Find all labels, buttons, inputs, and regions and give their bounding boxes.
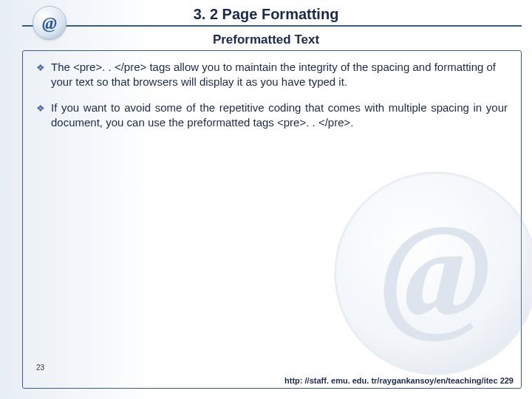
bullet-text: The <pre>. . </pre> tags allow you to ma… — [51, 60, 508, 90]
bullet-icon: ❖ — [36, 60, 45, 75]
at-sign-glyph: @ — [42, 13, 57, 33]
page-title: 3. 2 Page Formatting — [194, 6, 339, 23]
subtitle: Preformatted Text — [0, 33, 532, 47]
content-frame: ❖ The <pre>. . </pre> tags allow you to … — [22, 50, 522, 389]
slide: 3. 2 Page Formatting @ Preformatted Text… — [0, 0, 532, 399]
svg-point-0 — [335, 173, 532, 375]
background-at-icon: @ — [329, 166, 532, 381]
title-bar: 3. 2 Page Formatting — [3, 3, 529, 25]
at-sign-icon: @ — [33, 6, 66, 40]
page-number: 23 — [36, 364, 44, 372]
bullet-text: If you want to avoid some of the repetit… — [51, 100, 508, 131]
svg-text:@: @ — [381, 198, 491, 345]
bullet-icon: ❖ — [36, 100, 45, 115]
title-underline — [22, 25, 522, 27]
list-item: ❖ The <pre>. . </pre> tags allow you to … — [36, 60, 508, 90]
list-item: ❖ If you want to avoid some of the repet… — [36, 100, 508, 131]
footer-url: http: //staff. emu. edu. tr/raygankansoy… — [23, 376, 514, 385]
